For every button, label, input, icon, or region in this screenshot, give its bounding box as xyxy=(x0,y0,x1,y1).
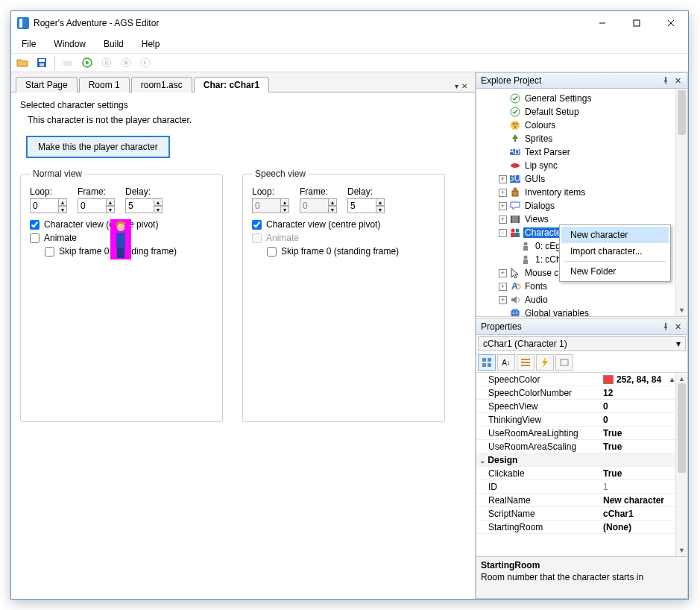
menu-window[interactable]: Window xyxy=(46,37,93,51)
scrollbar-vertical[interactable]: ▲▼ xyxy=(675,373,687,556)
menu-file[interactable]: File xyxy=(14,37,43,51)
close-panel-icon[interactable]: ✕ xyxy=(672,76,683,86)
expand-icon[interactable]: - xyxy=(499,229,507,237)
expand-icon[interactable]: + xyxy=(499,269,507,277)
tab-dropdown-icon[interactable]: ▾ xyxy=(455,82,458,90)
tree-item[interactable]: Sprites xyxy=(478,132,686,145)
people-icon xyxy=(509,227,521,239)
step-button[interactable] xyxy=(137,54,154,71)
svg-point-30 xyxy=(511,229,515,233)
tab-close-icon[interactable]: ✕ xyxy=(461,82,467,90)
svg-rect-42 xyxy=(488,358,491,362)
other-button[interactable] xyxy=(555,354,573,371)
property-row[interactable]: SpeechColorNumber12 xyxy=(476,386,687,400)
toolbar xyxy=(11,53,688,72)
tree-item[interactable]: +Inventory items xyxy=(478,186,686,199)
section-title: Selected character settings xyxy=(20,100,466,110)
save-button[interactable] xyxy=(34,54,50,71)
normal-loop-input[interactable] xyxy=(30,198,58,213)
menu-build[interactable]: Build xyxy=(96,37,131,51)
spinner[interactable]: ▲▼ xyxy=(376,198,385,213)
normal-delay-input[interactable] xyxy=(125,198,154,213)
close-panel-icon[interactable]: ✕ xyxy=(672,322,683,332)
events-button[interactable] xyxy=(536,354,554,371)
svg-rect-1 xyxy=(634,20,640,26)
propgrid-button[interactable] xyxy=(517,354,535,371)
property-row[interactable]: ClickableTrue xyxy=(476,467,687,480)
build-button[interactable] xyxy=(60,54,76,71)
make-player-button[interactable]: Make this the player character xyxy=(26,136,170,158)
open-button[interactable] xyxy=(14,54,31,71)
property-row[interactable]: UseRoomAreaLightingTrue xyxy=(476,427,687,440)
property-row[interactable]: RealNameNew character xyxy=(476,494,687,507)
speech-delay-input[interactable] xyxy=(347,198,376,213)
pin-icon[interactable] xyxy=(660,77,671,84)
property-row[interactable]: ID1 xyxy=(476,480,687,494)
speech-skipframe-check[interactable]: Skip frame 0 (standing frame) xyxy=(267,246,435,257)
spinner[interactable]: ▲▼ xyxy=(58,198,67,213)
expand-icon[interactable]: + xyxy=(499,189,507,197)
speech-view-group: Speech view Loop: ▲▼ Frame: ▲▼ Delay: ▲▼… xyxy=(242,169,445,422)
scrollbar-vertical[interactable]: ▲▼ xyxy=(675,89,687,316)
stop-button[interactable] xyxy=(118,54,134,71)
property-row[interactable]: ScriptNamecChar1 xyxy=(476,507,687,521)
svg-rect-44 xyxy=(488,363,491,367)
collapse-icon[interactable]: ⌄ xyxy=(479,456,485,465)
minimize-button[interactable] xyxy=(585,12,619,34)
property-row[interactable]: SpeechView0 xyxy=(476,400,687,413)
window-title: Roger's Adventure - AGS Editor xyxy=(34,18,585,28)
property-row[interactable]: UseRoomAreaScalingTrue xyxy=(476,440,687,453)
property-row[interactable]: StartingRoom(None) xyxy=(476,521,687,534)
property-description: StartingRoom Room number that the charac… xyxy=(476,556,687,598)
ctx-new-folder[interactable]: New Folder xyxy=(561,263,669,280)
tree-item[interactable]: AblText Parser xyxy=(478,145,686,159)
expand-icon[interactable]: + xyxy=(499,296,507,304)
tree-item[interactable]: Colours xyxy=(478,119,686,132)
svg-rect-11 xyxy=(107,60,109,65)
menu-help[interactable]: Help xyxy=(134,37,168,51)
delay-label: Delay: xyxy=(125,186,163,197)
svg-point-9 xyxy=(102,58,111,67)
expand-icon[interactable]: + xyxy=(499,202,507,210)
speech-loop-input xyxy=(252,198,280,213)
tree-item[interactable]: Lip sync xyxy=(478,159,686,172)
ctx-import-character[interactable]: Import character... xyxy=(561,243,669,260)
speech-charview-check[interactable]: Character view (centre pivot) xyxy=(252,219,435,230)
property-row[interactable]: ThinkingView0 xyxy=(476,413,687,427)
maximize-button[interactable] xyxy=(619,12,654,34)
gui-icon: GUI xyxy=(509,173,521,185)
speech-frame-input xyxy=(300,198,328,213)
expand-icon[interactable]: + xyxy=(499,175,507,183)
tab-room1[interactable]: Room 1 xyxy=(79,77,130,92)
alphabetical-button[interactable]: A↓ xyxy=(497,354,515,371)
expand-icon[interactable]: + xyxy=(499,216,507,224)
tree-item[interactable]: +Dialogs xyxy=(478,199,686,213)
tree-item[interactable]: Default Setup xyxy=(478,105,686,119)
tree-item[interactable]: General Settings xyxy=(478,92,686,105)
normal-frame-input[interactable] xyxy=(78,198,106,213)
person-icon xyxy=(520,254,532,265)
spinner[interactable]: ▲▼ xyxy=(106,198,115,213)
spinner[interactable]: ▲▼ xyxy=(154,198,163,213)
properties-title: Properties xyxy=(481,321,659,332)
run-button[interactable] xyxy=(79,54,95,71)
close-button[interactable] xyxy=(654,12,688,34)
expand-icon[interactable]: + xyxy=(499,283,507,291)
loop-label: Loop: xyxy=(30,186,67,197)
tree-item[interactable]: +GUIGUIs xyxy=(478,172,686,186)
tree-item[interactable]: Global variables xyxy=(478,306,686,316)
svg-rect-45 xyxy=(521,359,530,360)
tab-room1-asc[interactable]: room1.asc xyxy=(131,77,192,92)
tree-item[interactable]: +Audio xyxy=(478,293,686,306)
tab-start-page[interactable]: Start Page xyxy=(16,77,78,92)
tab-char[interactable]: Char: cChar1 xyxy=(194,77,269,92)
check-icon xyxy=(509,106,521,118)
categorized-button[interactable] xyxy=(478,354,496,371)
property-row[interactable]: SpeechColor252, 84, 84▴ xyxy=(476,373,687,386)
ctx-new-character[interactable]: New character xyxy=(561,227,669,243)
property-grid[interactable]: SpeechColor252, 84, 84▴SpeechColorNumber… xyxy=(476,373,687,556)
svg-rect-6 xyxy=(40,63,44,66)
pin-icon[interactable] xyxy=(660,323,671,330)
pause-button[interactable] xyxy=(98,54,115,71)
properties-combo[interactable]: cChar1 (Character 1) ▾ xyxy=(478,336,686,351)
